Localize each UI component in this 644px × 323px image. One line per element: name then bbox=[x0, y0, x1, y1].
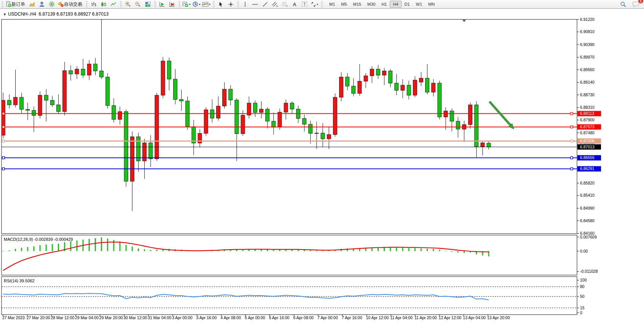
timeframe-button-m30[interactable]: M30 bbox=[364, 1, 378, 8]
auto-scroll-button[interactable] bbox=[157, 0, 167, 8]
line-chart-button[interactable] bbox=[108, 0, 118, 8]
svg-text:5 Apr 00:00: 5 Apr 00:00 bbox=[245, 315, 265, 320]
candlestick-button[interactable] bbox=[99, 0, 108, 8]
timeframe-button-m15[interactable]: M15 bbox=[350, 1, 364, 8]
timeframe-button-mn[interactable]: MN bbox=[425, 1, 438, 8]
svg-text:6.90390: 6.90390 bbox=[580, 42, 595, 47]
zoom-in-icon bbox=[125, 1, 131, 7]
chevron-down-icon[interactable]: ▾ bbox=[199, 3, 200, 6]
svg-text:13 Apr 04:00: 13 Apr 04:00 bbox=[463, 315, 486, 320]
new-order-button[interactable]: 新订单 bbox=[5, 0, 27, 8]
auto-trading-label: 自动交易 bbox=[64, 1, 82, 8]
zoom-out-button[interactable] bbox=[133, 0, 143, 8]
vertical-line-icon bbox=[243, 2, 247, 7]
search-button[interactable] bbox=[618, 0, 628, 8]
text-icon: A bbox=[293, 2, 296, 7]
bar-chart-button[interactable] bbox=[89, 0, 99, 8]
timeframe-button-m1[interactable]: M1 bbox=[326, 1, 338, 8]
equidistant-channel-button[interactable]: E bbox=[270, 0, 280, 8]
trend-arrow[interactable] bbox=[489, 102, 512, 127]
chart-shift-button[interactable] bbox=[167, 0, 177, 8]
svg-text:6.87900: 6.87900 bbox=[580, 118, 595, 122]
candles-group[interactable] bbox=[1, 19, 491, 211]
svg-text:6.90810: 6.90810 bbox=[580, 29, 595, 34]
text-label-icon: T bbox=[302, 2, 308, 7]
svg-text:0.007609: 0.007609 bbox=[580, 235, 597, 239]
svg-text:13 Apr 20:00: 13 Apr 20:00 bbox=[487, 315, 510, 320]
chart-shift-marker[interactable] bbox=[462, 20, 466, 22]
ohlc-high: 6.87193 bbox=[56, 11, 73, 17]
profile-button[interactable] bbox=[37, 0, 47, 8]
svg-text:15: 15 bbox=[580, 305, 585, 310]
vertical-line-button[interactable] bbox=[240, 0, 250, 8]
horizontal-line-button[interactable] bbox=[250, 0, 260, 8]
text-button[interactable]: A bbox=[290, 0, 300, 8]
indicators-icon bbox=[182, 1, 188, 7]
timeframe-button-w1[interactable]: W1 bbox=[413, 1, 426, 8]
chat-button[interactable]: 1 bbox=[631, 0, 641, 8]
signal-icon bbox=[49, 1, 55, 7]
svg-text:6.86291: 6.86291 bbox=[580, 166, 595, 171]
chart-window-button[interactable] bbox=[27, 0, 37, 8]
svg-text:3 Apr 16:00: 3 Apr 16:00 bbox=[196, 315, 217, 320]
cursor-button[interactable] bbox=[216, 0, 226, 8]
svg-text:11 Apr 20:00: 11 Apr 20:00 bbox=[414, 315, 437, 320]
chart-dropdown-icon[interactable]: ▼ bbox=[3, 13, 6, 16]
templates-icon bbox=[202, 2, 209, 7]
toolbar-grip bbox=[120, 1, 122, 7]
svg-text:7 Apr 16:00: 7 Apr 16:00 bbox=[342, 315, 362, 320]
svg-text:-0.011028: -0.011028 bbox=[580, 269, 598, 274]
timeframe-button-h4[interactable]: H4 bbox=[390, 1, 401, 8]
periods-button[interactable]: ▾ bbox=[191, 0, 201, 8]
svg-text:50: 50 bbox=[580, 294, 585, 299]
indicators-button[interactable]: ▾ bbox=[182, 0, 191, 8]
timeframe-switcher: M1M5M15M30H1H4D1W1MN bbox=[326, 1, 438, 8]
svg-text:0: 0 bbox=[580, 310, 582, 315]
toolbar-grip bbox=[1, 1, 3, 7]
mt4-application-window: { "toolbar": { "new_order_label": "新订单",… bbox=[0, 0, 644, 323]
auto-trading-button[interactable]: 自动交易 bbox=[57, 0, 84, 8]
chart-window-icon bbox=[29, 1, 35, 7]
chevron-down-icon[interactable]: ▾ bbox=[189, 3, 190, 6]
ohlc-open: 6.87139 bbox=[39, 11, 55, 17]
fibonacci-button[interactable]: F bbox=[280, 0, 290, 8]
svg-text:6.87208: 6.87208 bbox=[580, 138, 595, 143]
tile-windows-button[interactable] bbox=[143, 0, 153, 8]
auto-trading-icon bbox=[57, 1, 64, 7]
trendline-icon bbox=[262, 2, 268, 7]
toolbar-grip bbox=[85, 1, 88, 7]
svg-text:11 Apr 04:00: 11 Apr 04:00 bbox=[390, 315, 413, 320]
chart-symbol-period: USDCNH-,H4 bbox=[8, 11, 36, 17]
svg-text:29 Mar 20:00: 29 Mar 20:00 bbox=[99, 315, 123, 320]
candlestick-icon bbox=[101, 2, 107, 7]
signal-button[interactable] bbox=[47, 0, 57, 8]
notification-badge[interactable]: 1 bbox=[638, 0, 643, 3]
crosshair-button[interactable] bbox=[226, 0, 236, 8]
arrows-button[interactable]: ▾ bbox=[309, 0, 319, 8]
svg-text:5 Apr 16:00: 5 Apr 16:00 bbox=[269, 315, 290, 320]
chart-canvas[interactable]: 6.912206.908106.903906.899706.895606.891… bbox=[0, 9, 644, 323]
horizontal-line-icon bbox=[252, 2, 258, 7]
chevron-down-icon[interactable]: ▾ bbox=[209, 3, 210, 6]
trendline-button[interactable] bbox=[260, 0, 270, 8]
svg-text:6.89140: 6.89140 bbox=[580, 80, 595, 84]
auto-scroll-icon bbox=[159, 2, 165, 7]
svg-text:6.88113: 6.88113 bbox=[580, 111, 594, 116]
text-label-button[interactable]: T bbox=[300, 0, 309, 8]
chevron-down-icon[interactable]: ▾ bbox=[317, 3, 318, 6]
rsi-indicator-label: RSI(14) 39.5062 bbox=[4, 278, 35, 283]
timeframe-button-d1[interactable]: D1 bbox=[402, 1, 413, 8]
price-axis: 6.912206.908106.903906.899706.895606.891… bbox=[577, 17, 601, 315]
svg-text:7 Apr 00:00: 7 Apr 00:00 bbox=[317, 315, 338, 320]
horizontal-lines-group[interactable] bbox=[2, 113, 577, 170]
chart-shift-icon bbox=[169, 2, 175, 7]
timeframe-button-m5[interactable]: M5 bbox=[338, 1, 350, 8]
cursor-icon bbox=[218, 2, 223, 7]
zoom-out-icon bbox=[135, 1, 141, 7]
zoom-in-button[interactable] bbox=[123, 0, 133, 8]
svg-text:12 Apr 12:00: 12 Apr 12:00 bbox=[439, 315, 462, 320]
chart-window[interactable]: ▼USDCNH-,H4 6.87139 6.87193 6.86927 6.87… bbox=[0, 8, 644, 323]
timeframe-button-h1[interactable]: H1 bbox=[378, 1, 390, 8]
templates-button[interactable]: ▾ bbox=[201, 0, 211, 8]
svg-text:6.89970: 6.89970 bbox=[580, 55, 595, 59]
